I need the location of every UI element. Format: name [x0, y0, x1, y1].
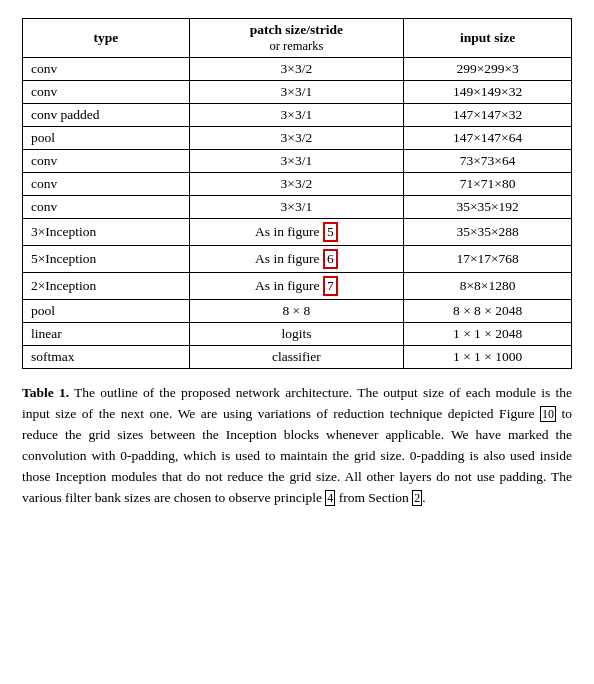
- cell-type: conv padded: [23, 104, 190, 127]
- cell-input: 8 × 8 × 2048: [404, 300, 572, 323]
- cell-patch: 3×3/2: [189, 173, 404, 196]
- col-header-patch: patch size/stride or remarks: [189, 19, 404, 58]
- col-header-input: input size: [404, 19, 572, 58]
- caption-text1: The outline of the proposed network arch…: [22, 385, 572, 421]
- cell-input: 147×147×32: [404, 104, 572, 127]
- caption-label: Table 1.: [22, 385, 69, 400]
- cell-patch: 8 × 8: [189, 300, 404, 323]
- cell-type: linear: [23, 323, 190, 346]
- table-row: linearlogits1 × 1 × 2048: [23, 323, 572, 346]
- table-row: conv3×3/271×71×80: [23, 173, 572, 196]
- table-row: pool8 × 88 × 8 × 2048: [23, 300, 572, 323]
- caption-ref-4: 4: [325, 490, 335, 506]
- cell-type: conv: [23, 173, 190, 196]
- cell-input: 73×73×64: [404, 150, 572, 173]
- table-row: conv3×3/1149×149×32: [23, 81, 572, 104]
- table-row: softmaxclassifier1 × 1 × 1000: [23, 346, 572, 369]
- cell-input: 35×35×192: [404, 196, 572, 219]
- cell-input: 1 × 1 × 2048: [404, 323, 572, 346]
- cell-input: 147×147×64: [404, 127, 572, 150]
- caption-text3: from Section: [335, 490, 412, 505]
- cell-type: conv: [23, 150, 190, 173]
- cell-type: softmax: [23, 346, 190, 369]
- table-row: 5×InceptionAs in figure 617×17×768: [23, 246, 572, 273]
- cell-patch: classifier: [189, 346, 404, 369]
- cell-patch: 3×3/2: [189, 58, 404, 81]
- caption-ref-2: 2: [412, 490, 422, 506]
- cell-type: 2×Inception: [23, 273, 190, 300]
- cell-type: 3×Inception: [23, 219, 190, 246]
- cell-patch: 3×3/1: [189, 81, 404, 104]
- cell-patch: logits: [189, 323, 404, 346]
- cell-type: conv: [23, 81, 190, 104]
- cell-patch: As in figure 5: [189, 219, 404, 246]
- cell-input: 149×149×32: [404, 81, 572, 104]
- cell-input: 299×299×3: [404, 58, 572, 81]
- architecture-table: type patch size/stride or remarks input …: [22, 18, 572, 369]
- table-row: conv3×3/135×35×192: [23, 196, 572, 219]
- cell-input: 71×71×80: [404, 173, 572, 196]
- cell-patch: As in figure 7: [189, 273, 404, 300]
- cell-patch: 3×3/1: [189, 196, 404, 219]
- cell-type: pool: [23, 300, 190, 323]
- table-row: conv3×3/2299×299×3: [23, 58, 572, 81]
- cell-type: conv: [23, 196, 190, 219]
- cell-type: pool: [23, 127, 190, 150]
- table-row: 3×InceptionAs in figure 535×35×288: [23, 219, 572, 246]
- architecture-table-container: type patch size/stride or remarks input …: [22, 18, 572, 369]
- cell-patch: 3×3/1: [189, 150, 404, 173]
- caption-ref-10: 10: [540, 406, 556, 422]
- cell-patch: 3×3/2: [189, 127, 404, 150]
- table-row: pool3×3/2147×147×64: [23, 127, 572, 150]
- cell-input: 35×35×288: [404, 219, 572, 246]
- figure-ref-box: 5: [323, 222, 338, 242]
- table-row: conv3×3/173×73×64: [23, 150, 572, 173]
- table-row: 2×InceptionAs in figure 78×8×1280: [23, 273, 572, 300]
- cell-type: 5×Inception: [23, 246, 190, 273]
- table-caption: Table 1. The outline of the proposed net…: [22, 383, 572, 509]
- cell-input: 17×17×768: [404, 246, 572, 273]
- figure-ref-box: 6: [323, 249, 338, 269]
- cell-input: 8×8×1280: [404, 273, 572, 300]
- figure-ref-box: 7: [323, 276, 338, 296]
- cell-type: conv: [23, 58, 190, 81]
- caption-text4: .: [422, 490, 425, 505]
- table-row: conv padded3×3/1147×147×32: [23, 104, 572, 127]
- cell-patch: As in figure 6: [189, 246, 404, 273]
- cell-input: 1 × 1 × 1000: [404, 346, 572, 369]
- col-header-type: type: [23, 19, 190, 58]
- cell-patch: 3×3/1: [189, 104, 404, 127]
